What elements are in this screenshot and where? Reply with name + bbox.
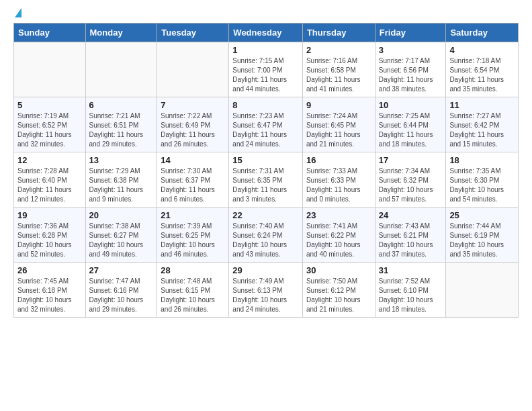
day-info: Sunrise: 7:21 AMSunset: 6:51 PMDaylight:… [89,111,154,149]
day-number: 22 [232,210,299,220]
day-number: 15 [232,155,299,165]
page: SundayMondayTuesdayWednesdayThursdayFrid… [0,0,532,326]
day-number: 14 [161,155,225,165]
calendar-cell: 18Sunrise: 7:35 AMSunset: 6:30 PMDayligh… [446,152,519,208]
day-number: 18 [449,155,515,165]
calendar-cell [446,263,519,318]
day-info: Sunrise: 7:45 AMSunset: 6:18 PMDaylight:… [17,277,82,314]
calendar-cell: 29Sunrise: 7:49 AMSunset: 6:13 PMDayligh… [229,263,303,318]
calendar-cell: 28Sunrise: 7:48 AMSunset: 6:15 PMDayligh… [157,263,229,318]
calendar-cell: 15Sunrise: 7:31 AMSunset: 6:35 PMDayligh… [229,152,303,208]
day-number: 26 [17,265,82,275]
calendar-header-tuesday: Tuesday [157,24,229,42]
calendar-cell: 7Sunrise: 7:22 AMSunset: 6:49 PMDaylight… [157,97,229,152]
calendar-cell: 26Sunrise: 7:45 AMSunset: 6:18 PMDayligh… [14,263,86,318]
day-info: Sunrise: 7:47 AMSunset: 6:16 PMDaylight:… [89,277,154,314]
calendar-week-row: 26Sunrise: 7:45 AMSunset: 6:18 PMDayligh… [14,263,519,318]
day-info: Sunrise: 7:31 AMSunset: 6:35 PMDaylight:… [232,167,299,204]
logo-triangle-icon [15,8,21,17]
header [13,11,519,17]
day-number: 11 [449,100,515,110]
day-info: Sunrise: 7:38 AMSunset: 6:27 PMDaylight:… [89,222,154,259]
day-number: 9 [306,100,371,110]
day-info: Sunrise: 7:44 AMSunset: 6:19 PMDaylight:… [449,222,515,259]
day-number: 30 [306,265,371,275]
day-number: 1 [232,45,299,55]
day-info: Sunrise: 7:25 AMSunset: 6:44 PMDaylight:… [379,111,443,149]
day-info: Sunrise: 7:23 AMSunset: 6:47 PMDaylight:… [232,111,299,149]
calendar-header-wednesday: Wednesday [229,24,303,42]
day-info: Sunrise: 7:15 AMSunset: 7:00 PMDaylight:… [232,56,299,94]
day-number: 12 [17,155,82,165]
calendar-cell: 27Sunrise: 7:47 AMSunset: 6:16 PMDayligh… [85,263,157,318]
calendar-cell: 6Sunrise: 7:21 AMSunset: 6:51 PMDaylight… [85,97,157,152]
day-number: 7 [161,100,225,110]
calendar-week-row: 5Sunrise: 7:19 AMSunset: 6:52 PMDaylight… [14,97,519,152]
calendar-cell: 23Sunrise: 7:41 AMSunset: 6:22 PMDayligh… [302,208,375,263]
day-number: 27 [89,265,154,275]
day-info: Sunrise: 7:17 AMSunset: 6:56 PMDaylight:… [379,56,443,94]
day-info: Sunrise: 7:52 AMSunset: 6:10 PMDaylight:… [379,277,443,314]
calendar-cell: 9Sunrise: 7:24 AMSunset: 6:45 PMDaylight… [302,97,375,152]
day-number: 31 [379,265,443,275]
day-info: Sunrise: 7:27 AMSunset: 6:42 PMDaylight:… [449,111,515,149]
day-info: Sunrise: 7:16 AMSunset: 6:58 PMDaylight:… [306,56,371,94]
day-number: 21 [161,210,225,220]
day-number: 16 [306,155,371,165]
day-number: 19 [17,210,82,220]
day-info: Sunrise: 7:48 AMSunset: 6:15 PMDaylight:… [161,277,225,314]
calendar-cell [14,42,86,97]
calendar-cell: 14Sunrise: 7:30 AMSunset: 6:37 PMDayligh… [157,152,229,208]
calendar-week-row: 1Sunrise: 7:15 AMSunset: 7:00 PMDaylight… [14,42,519,97]
calendar-header-sunday: Sunday [14,24,86,42]
day-number: 28 [161,265,225,275]
day-number: 3 [379,45,443,55]
day-info: Sunrise: 7:19 AMSunset: 6:52 PMDaylight:… [17,111,82,149]
calendar-cell: 24Sunrise: 7:43 AMSunset: 6:21 PMDayligh… [375,208,446,263]
calendar-cell: 5Sunrise: 7:19 AMSunset: 6:52 PMDaylight… [14,97,86,152]
day-number: 23 [306,210,371,220]
calendar-cell: 17Sunrise: 7:34 AMSunset: 6:32 PMDayligh… [375,152,446,208]
calendar-header-row: SundayMondayTuesdayWednesdayThursdayFrid… [14,24,519,42]
day-info: Sunrise: 7:39 AMSunset: 6:25 PMDaylight:… [161,222,225,259]
calendar-cell: 2Sunrise: 7:16 AMSunset: 6:58 PMDaylight… [302,42,375,97]
calendar-cell: 12Sunrise: 7:28 AMSunset: 6:40 PMDayligh… [14,152,86,208]
day-number: 10 [379,100,443,110]
calendar-cell: 21Sunrise: 7:39 AMSunset: 6:25 PMDayligh… [157,208,229,263]
day-number: 2 [306,45,371,55]
calendar-header-saturday: Saturday [446,24,519,42]
day-number: 17 [379,155,443,165]
calendar-cell: 1Sunrise: 7:15 AMSunset: 7:00 PMDaylight… [229,42,303,97]
day-info: Sunrise: 7:50 AMSunset: 6:12 PMDaylight:… [306,277,371,314]
day-number: 29 [232,265,299,275]
calendar-week-row: 12Sunrise: 7:28 AMSunset: 6:40 PMDayligh… [14,152,519,208]
calendar-cell: 10Sunrise: 7:25 AMSunset: 6:44 PMDayligh… [375,97,446,152]
calendar-cell: 16Sunrise: 7:33 AMSunset: 6:33 PMDayligh… [302,152,375,208]
calendar-header-friday: Friday [375,24,446,42]
day-number: 5 [17,100,82,110]
logo [13,11,21,17]
day-info: Sunrise: 7:33 AMSunset: 6:33 PMDaylight:… [306,167,371,204]
day-info: Sunrise: 7:35 AMSunset: 6:30 PMDaylight:… [449,167,515,204]
day-number: 6 [89,100,154,110]
calendar-cell [85,42,157,97]
calendar-cell: 31Sunrise: 7:52 AMSunset: 6:10 PMDayligh… [375,263,446,318]
day-info: Sunrise: 7:43 AMSunset: 6:21 PMDaylight:… [379,222,443,259]
day-info: Sunrise: 7:34 AMSunset: 6:32 PMDaylight:… [379,167,443,204]
day-number: 8 [232,100,299,110]
calendar-table: SundayMondayTuesdayWednesdayThursdayFrid… [13,23,519,318]
day-info: Sunrise: 7:40 AMSunset: 6:24 PMDaylight:… [232,222,299,259]
day-info: Sunrise: 7:22 AMSunset: 6:49 PMDaylight:… [161,111,225,149]
day-info: Sunrise: 7:29 AMSunset: 6:38 PMDaylight:… [89,167,154,204]
day-number: 13 [89,155,154,165]
calendar-cell: 30Sunrise: 7:50 AMSunset: 6:12 PMDayligh… [302,263,375,318]
calendar-cell: 25Sunrise: 7:44 AMSunset: 6:19 PMDayligh… [446,208,519,263]
calendar-cell: 4Sunrise: 7:18 AMSunset: 6:54 PMDaylight… [446,42,519,97]
day-info: Sunrise: 7:30 AMSunset: 6:37 PMDaylight:… [161,167,225,204]
day-number: 24 [379,210,443,220]
calendar-cell: 8Sunrise: 7:23 AMSunset: 6:47 PMDaylight… [229,97,303,152]
calendar-cell: 19Sunrise: 7:36 AMSunset: 6:28 PMDayligh… [14,208,86,263]
day-info: Sunrise: 7:41 AMSunset: 6:22 PMDaylight:… [306,222,371,259]
day-info: Sunrise: 7:49 AMSunset: 6:13 PMDaylight:… [232,277,299,314]
day-info: Sunrise: 7:18 AMSunset: 6:54 PMDaylight:… [449,56,515,94]
